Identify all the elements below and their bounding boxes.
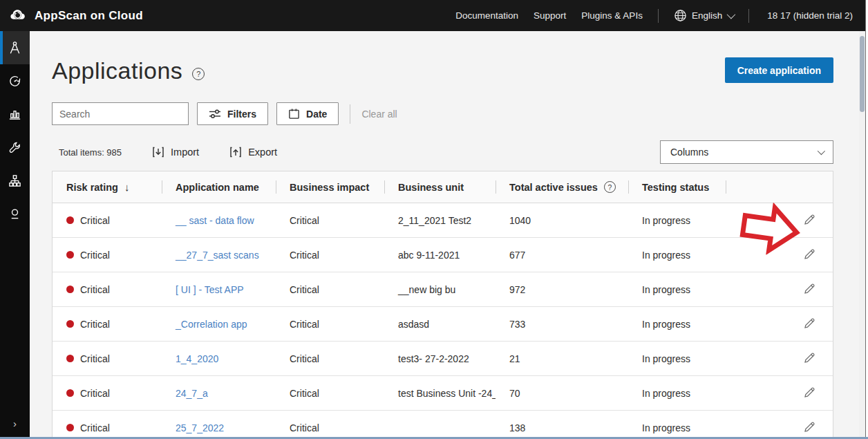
nav-link-plugins-apis[interactable]: Plugins & APIs	[581, 10, 643, 21]
search-box[interactable]	[52, 102, 189, 125]
scrollbar-thumb[interactable]	[860, 36, 865, 112]
export-icon	[229, 146, 242, 158]
sidebar-item-profile[interactable]	[0, 197, 30, 230]
divider	[350, 104, 350, 124]
language-selector[interactable]: English	[674, 9, 733, 22]
header-total-active-issues[interactable]: Total active issues ?	[496, 171, 628, 203]
risk-rating-value: Critical	[80, 353, 110, 364]
business-unit-value: abc 9-11-2021	[384, 250, 496, 261]
pencil-icon	[803, 317, 816, 330]
header-risk-rating[interactable]: Risk rating ↓	[53, 171, 162, 203]
table-row[interactable]: Critical __27_7_sast scans Critical abc …	[53, 238, 833, 272]
application-name-link[interactable]: __ sast - data flow	[176, 215, 254, 226]
pencil-icon	[803, 282, 816, 295]
header-business-unit[interactable]: Business unit	[384, 171, 496, 203]
application-name-link[interactable]: __27_7_sast scans	[176, 250, 259, 261]
language-label: English	[692, 10, 722, 21]
edit-button[interactable]	[802, 384, 818, 402]
export-label: Export	[248, 147, 277, 158]
table-row[interactable]: Critical 24_7_a Critical test Business U…	[53, 376, 833, 411]
columns-dropdown[interactable]: Columns	[660, 140, 833, 164]
application-name-link[interactable]: _Correlation app	[176, 319, 247, 330]
table-row[interactable]: Critical [ UI ] - Test APP Critical __ne…	[53, 272, 833, 307]
header-application-name[interactable]: Application name	[162, 171, 276, 203]
sidebar-item-reports[interactable]	[0, 97, 30, 131]
edit-button[interactable]	[802, 315, 818, 333]
edit-button[interactable]	[802, 246, 818, 264]
business-impact-value: Critical	[276, 215, 384, 226]
risk-rating-value: Critical	[80, 422, 110, 433]
table-body: Critical __ sast - data flow Critical 2_…	[53, 203, 833, 437]
clear-all-button[interactable]: Clear all	[361, 109, 397, 120]
brand[interactable]: AppScan on Cloud	[0, 8, 143, 24]
application-name-link[interactable]: 24_7_a	[176, 388, 208, 399]
nav-link-documentation[interactable]: Documentation	[455, 10, 518, 21]
application-name-link[interactable]: [ UI ] - Test APP	[176, 284, 244, 295]
application-name-link[interactable]: 25_7_2022	[176, 422, 224, 433]
edit-button[interactable]	[802, 419, 818, 437]
left-sidebar: ›	[0, 31, 30, 437]
critical-dot-icon	[66, 424, 74, 431]
pencil-icon	[803, 247, 816, 261]
business-unit-value: test3- 27-2-2022	[384, 353, 496, 364]
page-scrollbar[interactable]	[859, 31, 865, 437]
table-row[interactable]: Critical __ sast - data flow Critical 2_…	[53, 203, 833, 238]
header-testing-status[interactable]: Testing status	[628, 171, 726, 203]
testing-status-value: In progress	[628, 284, 726, 295]
total-active-issues-value: 972	[496, 284, 628, 295]
testing-status-value: In progress	[628, 215, 726, 226]
table-row[interactable]: Critical 1_4_2020 Critical test3- 27-2-2…	[53, 342, 833, 376]
risk-rating-value: Critical	[80, 250, 110, 261]
create-application-button[interactable]: Create application	[725, 57, 833, 83]
total-items-label: Total items: 985	[59, 147, 122, 158]
page-title: Applications	[52, 57, 182, 84]
sidebar-item-scans[interactable]	[0, 64, 30, 97]
testing-status-value: In progress	[628, 388, 726, 399]
sidebar-item-applications[interactable]	[0, 31, 30, 64]
sidebar-item-tools[interactable]	[0, 131, 30, 164]
total-active-issues-value: 21	[496, 353, 628, 364]
top-navbar: AppScan on Cloud Documentation Support P…	[0, 0, 865, 31]
edit-button[interactable]	[802, 212, 818, 230]
pencil-icon	[803, 351, 816, 364]
table-header-row: Risk rating ↓ Application name Business …	[53, 171, 833, 203]
total-active-issues-value: 70	[496, 388, 628, 399]
export-button[interactable]: Export	[229, 146, 277, 158]
edit-button[interactable]	[802, 350, 818, 368]
wrench-icon	[8, 140, 22, 155]
window-right-edge	[865, 0, 868, 439]
edit-button[interactable]	[802, 281, 818, 299]
filters-sliders-icon	[209, 109, 221, 120]
filters-label: Filters	[227, 109, 256, 120]
chevron-down-icon	[818, 147, 825, 155]
sidebar-item-organization[interactable]	[0, 164, 30, 197]
critical-dot-icon	[66, 216, 74, 224]
sidebar-expand-button[interactable]: ›	[0, 409, 30, 437]
business-impact-value: Critical	[276, 319, 384, 330]
main-content: Applications ? Create application	[30, 31, 859, 437]
risk-rating-value: Critical	[80, 215, 110, 226]
date-button[interactable]: Date	[276, 102, 339, 125]
table-row[interactable]: Critical 25_7_2022 Critical 138 In progr…	[53, 411, 833, 437]
sort-descending-icon[interactable]: ↓	[124, 181, 130, 193]
critical-dot-icon	[66, 389, 74, 397]
table-row[interactable]: Critical _Correlation app Critical asdas…	[53, 307, 833, 342]
issues-help-icon[interactable]: ?	[604, 181, 616, 193]
search-input[interactable]	[59, 109, 185, 120]
import-icon	[152, 146, 164, 158]
business-impact-value: Critical	[276, 388, 384, 399]
testing-status-value: In progress	[628, 353, 726, 364]
pencil-icon	[803, 386, 816, 399]
nav-link-support[interactable]: Support	[534, 10, 566, 21]
title-help-icon[interactable]: ?	[192, 68, 205, 80]
account-label[interactable]: 18 17 (hidden trial 2)	[764, 10, 853, 21]
nav-divider	[658, 9, 659, 23]
globe-icon	[674, 9, 687, 22]
critical-dot-icon	[66, 355, 74, 362]
header-business-impact[interactable]: Business impact	[276, 171, 384, 203]
bar-chart-icon	[8, 107, 22, 122]
filters-button[interactable]: Filters	[197, 102, 268, 125]
import-button[interactable]: Import	[152, 146, 199, 158]
application-name-link[interactable]: 1_4_2020	[176, 353, 218, 364]
critical-dot-icon	[66, 251, 74, 259]
